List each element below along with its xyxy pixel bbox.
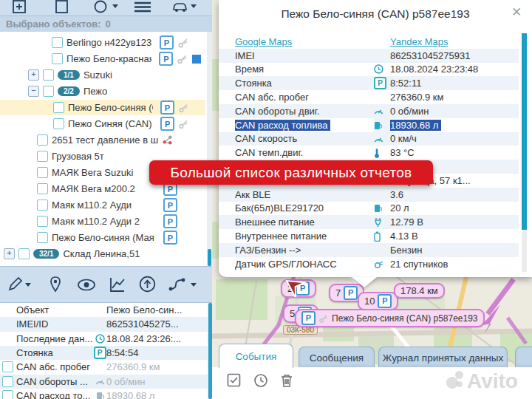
info-row: Последние дан... 18.08.24 23:26:...	[0, 332, 208, 346]
chevron-down-icon[interactable]	[191, 283, 197, 287]
thermometer-icon	[374, 148, 380, 158]
parking-disabled-badge[interactable]: P	[163, 231, 177, 245]
checkbox[interactable]	[37, 167, 48, 178]
checkbox[interactable]	[53, 118, 64, 129]
checkbox[interactable]	[2, 390, 13, 399]
trash-icon[interactable]	[280, 373, 295, 388]
tree-item[interactable]: Пежо Синяя (CAN) с P	[0, 116, 205, 132]
export-up-icon[interactable]	[139, 276, 156, 293]
checkbox[interactable]	[52, 53, 63, 64]
map-vehicle-label[interactable]: P Пежо Бело-синяя (CAN) p587ee193	[295, 309, 485, 327]
info-row[interactable]: CAN обороты ... 0 об/мин	[0, 375, 208, 389]
checkbox[interactable]	[2, 361, 13, 372]
info-row[interactable]: CAN абс. пробег 276360.9 км	[0, 360, 208, 374]
tab-messages[interactable]: Сообщения	[299, 347, 375, 368]
yandex-maps-link[interactable]: Yandex Maps	[390, 36, 449, 47]
unit-tree: Berlingo н422ув123 P Пежо Бело-красная P	[0, 32, 212, 266]
parking-disabled-badge[interactable]: P	[163, 198, 177, 212]
checkbox[interactable]	[18, 248, 30, 259]
chevron-down-icon[interactable]	[25, 283, 31, 287]
google-maps-link[interactable]: Google Maps	[235, 36, 292, 47]
unit-toolbar	[0, 0, 212, 16]
annotation-banner: Большой список различных отчетов	[149, 160, 433, 185]
tree-group[interactable]: + 32/1 Склад Ленина,51	[0, 246, 205, 262]
checkbox[interactable]	[43, 69, 54, 81]
clock-icon	[374, 64, 383, 74]
checkbox[interactable]	[37, 151, 48, 162]
tree-item[interactable]: Пежо Бело-красная P	[0, 51, 205, 66]
unit-actions-toolbar	[0, 266, 212, 303]
tab-partial[interactable]	[515, 347, 532, 368]
key-icon	[318, 313, 329, 324]
parking-badge[interactable]: P	[160, 117, 174, 131]
checkbox[interactable]	[37, 216, 48, 227]
list-view-icon[interactable]	[133, 0, 152, 13]
vehicle-direction-arrow-icon	[282, 275, 307, 297]
checkbox[interactable]	[37, 200, 48, 211]
edit-pencil-icon[interactable]	[7, 276, 22, 293]
circle-filter-icon[interactable]	[94, 0, 107, 13]
chart-icon[interactable]	[109, 276, 126, 293]
eye-icon[interactable]	[77, 279, 96, 291]
add-unit-icon[interactable]	[12, 0, 27, 13]
tab-events[interactable]: События	[219, 344, 293, 368]
chevron-down-icon[interactable]	[112, 4, 118, 8]
fuel-icon	[374, 203, 382, 213]
parking-badge[interactable]: P	[163, 214, 177, 228]
map-distance-badge[interactable]: 178.4 км	[394, 283, 445, 299]
history-clock-icon[interactable]	[253, 373, 268, 388]
parking-badge[interactable]: P	[160, 35, 174, 50]
map-parking-badge-10[interactable]: 10 P	[358, 292, 398, 310]
popup-title: Пежо Бело-синяя (CAN) p587ee193	[219, 7, 532, 21]
detail-row: Внешнее питание 12.79 В	[219, 215, 519, 229]
checkbox[interactable]	[43, 86, 54, 97]
popup-scrollbar[interactable]	[522, 33, 527, 272]
group-count-badge: 1/1	[58, 70, 80, 80]
vehicle-icon[interactable]	[171, 0, 189, 13]
gauge-icon	[374, 135, 383, 143]
select-all-checkbox-icon[interactable]	[227, 373, 242, 388]
unit-list-panel: Выбрано объектов: 0 Berlingo н422ув123 P…	[0, 0, 212, 399]
tree-item-selected[interactable]: Пежо Бело-синяя (С P	[0, 100, 205, 115]
fuel-icon	[96, 391, 104, 399]
info-row: IMEI/ID 862531045275...	[0, 317, 208, 331]
tree-group[interactable]: − 2/2 Пежо	[0, 83, 205, 99]
collapse-icon[interactable]: −	[28, 86, 39, 97]
close-icon[interactable]: ✕	[510, 6, 523, 19]
tree-item[interactable]: Маяк м110.2 Ауди 2 P	[0, 214, 205, 229]
parking-badge[interactable]: P	[159, 52, 173, 66]
tree-item[interactable]: Berlingo н422ув123 P	[0, 35, 205, 50]
parking-badge[interactable]: P	[160, 100, 174, 115]
tree-item[interactable]: Маяк м110.2 Ауди P	[0, 197, 205, 213]
avito-watermark: Avito	[446, 366, 532, 396]
checkbox[interactable]	[37, 134, 48, 146]
detail-row: Акк BLE 3.6	[219, 188, 519, 202]
square-filter-icon[interactable]	[55, 0, 69, 13]
map-links-row: Google Maps Yandex Maps	[219, 35, 519, 49]
chevron-down-icon[interactable]	[191, 4, 197, 8]
power-plug-icon	[374, 217, 382, 228]
checkbox[interactable]	[2, 376, 13, 387]
expand-icon[interactable]: +	[28, 69, 39, 81]
checkbox[interactable]	[53, 102, 64, 113]
checkbox[interactable]	[37, 232, 48, 243]
checkbox[interactable]	[37, 183, 48, 194]
key-icon	[177, 37, 189, 49]
expand-icon[interactable]: +	[4, 248, 15, 259]
gauge-icon	[95, 378, 105, 385]
tree-item[interactable]: 2651 тест давление в ш	[0, 132, 205, 148]
popup-pointer	[352, 277, 377, 287]
location-pin-icon[interactable]	[49, 276, 62, 293]
tree-scrollbar[interactable]	[207, 32, 212, 266]
battery-icon	[374, 231, 381, 242]
parking-icon: P	[94, 347, 106, 359]
route-icon[interactable]	[168, 276, 188, 293]
info-row[interactable]: CAN расход то... 18930.68 л	[0, 389, 208, 399]
tree-group[interactable]: + 1/1 Suzuki	[0, 67, 205, 83]
checkbox[interactable]	[52, 37, 63, 48]
tree-item[interactable]: Пежо Бело-синяя (Мая P	[0, 230, 205, 245]
app-window: 2 P 7 P 10 P 178.4 км 5 P P Пежо Бело-си…	[0, 0, 532, 399]
group-count-badge: 2/2	[58, 86, 80, 96]
group-count-badge: 32/1	[33, 249, 59, 259]
tab-data-log[interactable]: Журнал принятых данных	[378, 347, 508, 368]
